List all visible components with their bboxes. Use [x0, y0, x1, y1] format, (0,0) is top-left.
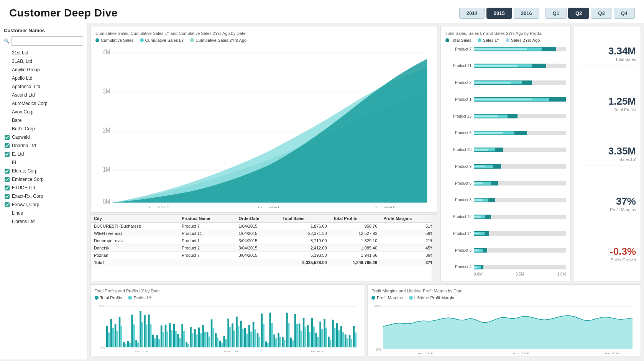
quarter-tab-q3[interactable]: Q3 [591, 8, 612, 19]
page-title: Customer Deep Dive [9, 7, 118, 19]
profit-bar-total [194, 329, 196, 347]
list-item[interactable]: Exact-Rx, Corp [4, 192, 83, 200]
list-item[interactable]: Capweld [4, 133, 83, 141]
table-total-row: Total 3,335,528.00 1,249,795.29 37% [91, 259, 437, 266]
profit-bar-ly [192, 333, 194, 348]
list-item[interactable]: AuroMedics Corp [4, 99, 83, 108]
list-item[interactable]: Burt's Corp [4, 125, 83, 133]
profit-bar-ly [254, 329, 256, 347]
profit-bar-ly [204, 331, 206, 347]
quarter-tab-q1[interactable]: Q1 [545, 8, 567, 19]
customer-checkbox[interactable] [5, 135, 10, 140]
sidebar: Customer Names 🔍 21st Ltd 3LAB, Ltd Amyl… [0, 23, 87, 359]
customer-checkbox[interactable] [5, 143, 10, 148]
quarter-tab-q2[interactable]: Q2 [568, 8, 589, 19]
profit-bar-ly [338, 330, 340, 347]
bottom-left-panel: Total Profits and Profits LY by Date Tot… [90, 284, 364, 356]
bar-2yrs [474, 115, 498, 117]
bar-x-axis: 0.0M 0.5M 1.0M [445, 272, 566, 276]
profit-bar-ly [317, 337, 319, 347]
customer-name: Avon Corp [12, 108, 33, 115]
table-row[interactable]: WIEN (Vienna) Product 11 1/04/2015 22,37… [91, 230, 437, 237]
cell-city: Donetsk [91, 244, 179, 252]
profit-bar-ly [313, 327, 315, 347]
profit-bar-ly [292, 340, 294, 347]
list-item[interactable]: Amylin Group [4, 66, 83, 74]
year-tab-2016[interactable]: 2016 [514, 8, 539, 19]
bar-label: Product 12 [445, 215, 472, 219]
col-orderdate[interactable]: OrderDate [236, 215, 280, 223]
table-row[interactable]: Poznan Product 7 3/04/2015 5,393.50 1,94… [91, 252, 437, 259]
col-city[interactable]: City [91, 215, 179, 223]
profit-bar-ly [179, 338, 181, 347]
tab-groups: 2014 2015 2016 Q1 Q2 Q3 Q4 [459, 8, 635, 19]
list-item[interactable]: Linde [4, 209, 83, 217]
legend-sales-ly: Sales LY [478, 38, 499, 43]
profit-bar-ly [267, 343, 269, 348]
total-label: Total [91, 259, 179, 266]
year-tab-2015[interactable]: 2015 [486, 8, 512, 19]
table-row[interactable]: Dnepropetrovsk Product 1 3/04/2015 8,710… [91, 237, 437, 244]
profit-bar-ly [225, 339, 227, 347]
list-item[interactable]: Llorens Ltd [4, 217, 83, 226]
customer-checkbox[interactable] [5, 202, 10, 207]
profit-bar-total [319, 322, 321, 347]
list-item[interactable]: Elorac, Corp [4, 167, 83, 175]
kpi-label: Profit Margins [579, 207, 636, 212]
table-row[interactable]: Donetsk Product 2 3/04/2015 2,412.00 1,0… [91, 244, 437, 252]
list-item[interactable]: Fenwal, Corp [4, 200, 83, 209]
profit-bar-total [219, 341, 221, 347]
x-label-05: 0.5M [516, 272, 524, 276]
bar-row: Product 9 [445, 163, 566, 170]
customer-name: Dharma Ltd [12, 142, 36, 149]
profit-bar-ly [162, 332, 164, 347]
profit-bar-ly [246, 334, 248, 348]
customer-checkbox[interactable] [5, 169, 10, 174]
col-totalprofits[interactable]: Total Profits [330, 215, 381, 223]
search-input[interactable] [11, 36, 83, 46]
col-product[interactable]: Product Name [179, 215, 236, 223]
list-item[interactable]: 3LAB, Ltd [4, 57, 83, 66]
cumulative-chart-legend: Cumulative Sales Cumulative Sales LY Cum… [95, 38, 432, 43]
profit-bar-total [190, 327, 192, 347]
customer-checkbox[interactable] [5, 185, 10, 190]
cell-profitmargins: 36% [380, 252, 437, 259]
year-tab-2014[interactable]: 2014 [459, 8, 485, 19]
bar-2yrs [474, 48, 527, 50]
list-item[interactable]: Dharma Ltd [4, 141, 83, 150]
quarter-tab-q4[interactable]: Q4 [614, 8, 635, 19]
kpi-item: -0.3% Sales Growth [579, 246, 636, 262]
svg-text:Apr 2015: Apr 2015 [418, 351, 433, 354]
table-scrollbar[interactable] [432, 215, 437, 281]
cell-totalprofits: 956.76 [330, 223, 381, 230]
profit-bar-ly [334, 328, 336, 348]
legend-label-sales: Cumulative Sales [101, 38, 134, 43]
customer-checkbox[interactable] [5, 152, 10, 157]
list-item[interactable]: ETUDE Ltd [4, 184, 83, 192]
list-item[interactable]: Bare [4, 116, 83, 125]
search-icon: 🔍 [4, 38, 10, 44]
list-item[interactable]: Apollo Ltd [4, 74, 83, 82]
col-profitmargins[interactable]: Profit Margins [380, 215, 437, 223]
customer-checkbox[interactable] [5, 194, 10, 199]
list-item[interactable]: Ascend Ltd [4, 91, 83, 99]
table-scroll[interactable]: City Product Name OrderDate Total Sales … [91, 215, 437, 270]
col-totalsales[interactable]: Total Sales [279, 215, 330, 223]
customer-name: Fenwal, Corp [12, 201, 39, 208]
profit-bar-total [127, 341, 129, 347]
bar-2yrs [474, 233, 480, 234]
table-row[interactable]: BUCURESTI (Bucharest) Product 7 1/04/201… [91, 223, 437, 230]
legend-total-sales: Total Sales [445, 38, 472, 43]
profit-bar-total [181, 324, 183, 347]
list-item[interactable]: Ei [4, 158, 83, 167]
customer-name: Apollo Ltd [12, 75, 32, 82]
list-item[interactable]: E. Ltd [4, 150, 83, 158]
list-item[interactable]: 21st Ltd [4, 49, 83, 57]
customer-name: Apotheca, Ltd [12, 83, 40, 90]
list-item[interactable]: Avon Corp [4, 108, 83, 116]
bar-label: Product 3 [445, 248, 472, 253]
customer-checkbox[interactable] [5, 177, 10, 182]
list-item[interactable]: Apotheca, Ltd [4, 82, 83, 91]
profit-bar-total [227, 318, 229, 347]
list-item[interactable]: Eminence Corp [4, 175, 83, 184]
